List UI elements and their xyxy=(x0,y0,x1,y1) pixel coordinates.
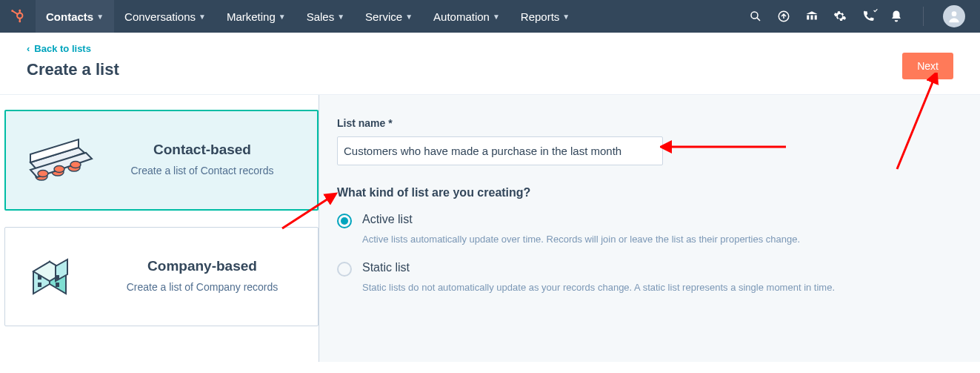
nav-automation[interactable]: Automation ▼ xyxy=(423,0,510,33)
svg-point-7 xyxy=(751,12,758,19)
company-based-card[interactable]: Company-based Create a list of Company r… xyxy=(4,227,319,326)
back-to-lists-link[interactable]: ‹ Back to lists xyxy=(27,43,119,54)
radio-active-list[interactable]: Active list xyxy=(337,213,962,228)
svg-point-13 xyxy=(952,11,957,16)
radio-desc: Static lists do not automatically update… xyxy=(362,281,881,294)
svg-rect-10 xyxy=(807,16,809,20)
nav-item-label: Sales xyxy=(307,10,335,23)
search-icon[interactable] xyxy=(748,9,763,24)
nav-item-label: Reports xyxy=(521,10,560,23)
svg-point-6 xyxy=(19,21,21,23)
list-type-cards: Contact-based Create a list of Contact r… xyxy=(0,95,319,362)
nav-contacts[interactable]: Contacts ▼ xyxy=(36,0,114,33)
nav-item-label: Contacts xyxy=(46,10,93,23)
nav-divider xyxy=(923,7,924,26)
svg-rect-22 xyxy=(56,275,59,280)
chevron-down-icon: ▼ xyxy=(199,13,206,21)
radio-button-icon xyxy=(337,262,352,277)
hubspot-logo[interactable] xyxy=(0,0,36,33)
company-card-illustration xyxy=(20,247,94,306)
nav-sales[interactable]: Sales ▼ xyxy=(296,0,355,33)
chevron-left-icon: ‹ xyxy=(27,43,30,54)
chevron-down-icon: ▼ xyxy=(493,13,500,21)
svg-point-4 xyxy=(11,10,13,12)
page-title: Create a list xyxy=(27,60,119,79)
marketplace-icon[interactable] xyxy=(804,9,819,24)
radio-title: Static list xyxy=(362,261,410,274)
card-desc: Create a list of Contact records xyxy=(102,164,302,179)
svg-point-5 xyxy=(19,10,21,12)
nav-item-label: Conversations xyxy=(124,10,196,23)
svg-rect-21 xyxy=(38,283,41,287)
svg-rect-12 xyxy=(815,16,817,20)
chevron-down-icon: ▼ xyxy=(405,13,413,21)
list-name-input[interactable] xyxy=(337,136,663,165)
svg-rect-20 xyxy=(38,275,41,280)
back-link-label: Back to lists xyxy=(34,43,91,54)
notifications-icon[interactable] xyxy=(889,9,904,24)
page-header: ‹ Back to lists Create a list Next xyxy=(0,33,980,95)
nav-conversations[interactable]: Conversations ▼ xyxy=(114,0,216,33)
chevron-down-icon: ▼ xyxy=(279,13,286,21)
card-title: Company-based xyxy=(101,258,303,274)
chevron-down-icon: ▼ xyxy=(96,13,104,21)
list-form-pane: List name * What kind of list are you cr… xyxy=(319,95,980,362)
nav-item-label: Service xyxy=(365,10,402,23)
main-content: Contact-based Create a list of Contact r… xyxy=(0,95,980,362)
account-avatar[interactable] xyxy=(943,5,965,27)
svg-point-18 xyxy=(54,166,64,173)
chevron-down-icon: ▼ xyxy=(337,13,344,21)
annotation-arrow-icon xyxy=(660,136,793,158)
nav-reports[interactable]: Reports ▼ xyxy=(510,0,580,33)
nav-item-label: Automation xyxy=(433,10,490,23)
svg-point-19 xyxy=(70,162,81,168)
contact-based-card[interactable]: Contact-based Create a list of Contact r… xyxy=(4,110,319,211)
radio-static-list[interactable]: Static list xyxy=(337,261,962,277)
radio-desc: Active lists automatically update over t… xyxy=(362,233,881,246)
settings-icon[interactable] xyxy=(833,9,847,24)
sprocket-icon xyxy=(10,8,26,24)
list-kind-question: What kind of list are you creating? xyxy=(337,186,962,199)
top-nav: Contacts ▼ Conversations ▼ Marketing ▼ S… xyxy=(0,0,980,33)
card-desc: Create a list of Company records xyxy=(101,280,303,295)
radio-button-icon xyxy=(337,214,352,228)
next-button[interactable]: Next xyxy=(902,53,953,79)
contact-card-illustration xyxy=(21,131,95,190)
chevron-down-icon: ▼ xyxy=(562,13,570,21)
nav-item-label: Marketing xyxy=(227,10,276,23)
svg-rect-23 xyxy=(56,283,59,287)
svg-rect-11 xyxy=(811,16,813,20)
calling-icon[interactable] xyxy=(861,9,876,24)
upgrade-icon[interactable] xyxy=(776,9,791,24)
svg-line-8 xyxy=(757,18,760,21)
list-name-label: List name * xyxy=(337,117,962,129)
svg-point-17 xyxy=(38,171,48,177)
nav-service[interactable]: Service ▼ xyxy=(355,0,423,33)
radio-title: Active list xyxy=(362,213,413,226)
nav-marketing[interactable]: Marketing ▼ xyxy=(216,0,296,33)
card-title: Contact-based xyxy=(102,142,302,158)
